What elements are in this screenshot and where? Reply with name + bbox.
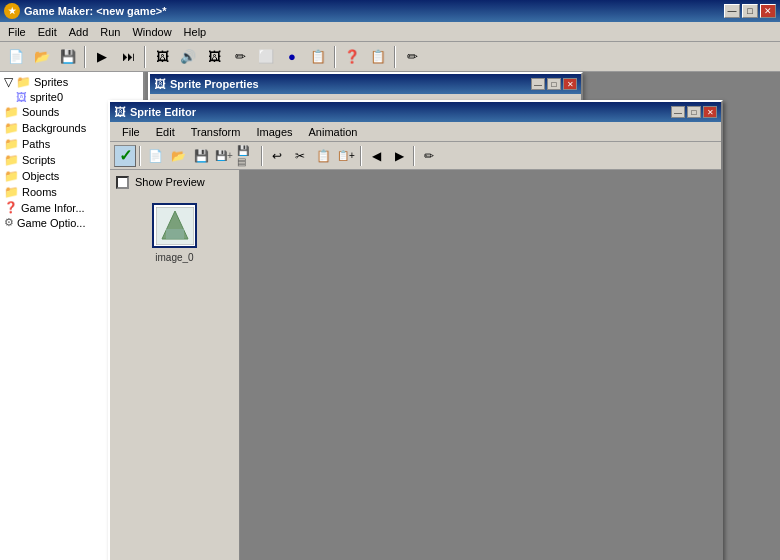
sprite-editor-window: 🖼 Sprite Editor — □ ✕ File Edit Transfor… xyxy=(108,100,723,560)
rooms-folder-icon: 📁 xyxy=(4,185,19,199)
frame-thumbnail-area: image_0 xyxy=(114,203,235,263)
tree-label-sprite0: sprite0 xyxy=(30,91,63,103)
sprite-icon: 🖼 xyxy=(16,91,27,103)
menu-window[interactable]: Window xyxy=(126,24,177,40)
se-save-button[interactable]: 💾 xyxy=(190,145,212,167)
toolbar-run-debug-button[interactable]: ⏭ xyxy=(116,45,140,69)
tree-label-paths: Paths xyxy=(22,138,50,150)
toolbar-sep-1 xyxy=(84,46,86,68)
menu-help[interactable]: Help xyxy=(178,24,213,40)
toolbar-save-button[interactable]: 💾 xyxy=(56,45,80,69)
sprite-props-title: Sprite Properties xyxy=(170,78,527,90)
tree-label-rooms: Rooms xyxy=(22,186,57,198)
se-menu-file[interactable]: File xyxy=(114,124,148,140)
expand-icon: ▽ xyxy=(4,75,13,89)
se-menu-transform[interactable]: Transform xyxy=(183,124,249,140)
folder-icon: 📁 xyxy=(16,75,31,89)
main-maximize-button[interactable]: □ xyxy=(742,4,758,18)
sprite-props-maximize[interactable]: □ xyxy=(547,78,561,90)
tree-label-sprites: Sprites xyxy=(34,76,68,88)
se-undo-button[interactable]: ↩ xyxy=(266,145,288,167)
sprite-editor-title: Sprite Editor xyxy=(130,106,667,118)
toolbar-add-sound-button[interactable]: 🔊 xyxy=(176,45,200,69)
show-preview-label: Show Preview xyxy=(135,176,205,188)
sounds-folder-icon: 📁 xyxy=(4,105,19,119)
se-paste-button[interactable]: 📋+ xyxy=(335,145,357,167)
se-menu-edit[interactable]: Edit xyxy=(148,124,183,140)
gameopts-icon: ⚙ xyxy=(4,216,14,229)
sprite-editor-minimize[interactable]: — xyxy=(671,106,685,118)
main-window-controls: — □ ✕ xyxy=(724,4,776,18)
sprite-props-title-bar: 🖼 Sprite Properties — □ ✕ xyxy=(150,74,581,94)
toolbar-pencil-button[interactable]: ✏ xyxy=(400,45,424,69)
sprite-props-controls: — □ ✕ xyxy=(531,78,577,90)
se-draw-button[interactable]: ✏ xyxy=(418,145,440,167)
toolbar-sep-3 xyxy=(334,46,336,68)
sprite-editor-controls: — □ ✕ xyxy=(671,106,717,118)
toolbar-add-script-button[interactable]: ⬜ xyxy=(254,45,278,69)
show-preview-checkbox[interactable] xyxy=(116,176,129,189)
se-next-frame-button[interactable]: ▶ xyxy=(388,145,410,167)
gameinfo-icon: ❓ xyxy=(4,201,18,214)
menu-run[interactable]: Run xyxy=(94,24,126,40)
toolbar-add-object-button[interactable]: ● xyxy=(280,45,304,69)
menu-edit[interactable]: Edit xyxy=(32,24,63,40)
sprite-editor-menu: File Edit Transform Images Animation xyxy=(110,122,721,142)
sprite-props-icon: 🖼 xyxy=(154,77,166,91)
sprite-editor-icon: 🖼 xyxy=(114,105,126,119)
se-save-as-button[interactable]: 💾+ xyxy=(213,145,235,167)
show-preview-area: Show Preview xyxy=(114,174,235,191)
sprite-editor-body: Show Preview xyxy=(110,170,721,560)
se-copy-button[interactable]: 📋 xyxy=(312,145,334,167)
backgrounds-folder-icon: 📁 xyxy=(4,121,19,135)
se-menu-images[interactable]: Images xyxy=(248,124,300,140)
toolbar-add-sprite-button[interactable]: 🖼 xyxy=(150,45,174,69)
toolbar-sep-4 xyxy=(394,46,396,68)
se-sep-3 xyxy=(360,146,362,166)
toolbar-add-bg-button[interactable]: 🖼 xyxy=(202,45,226,69)
main-close-button[interactable]: ✕ xyxy=(760,4,776,18)
tree-label-objects: Objects xyxy=(22,170,59,182)
sprite-props-minimize[interactable]: — xyxy=(531,78,545,90)
se-menu-animation[interactable]: Animation xyxy=(301,124,366,140)
main-title: Game Maker: <new game>* xyxy=(24,5,720,17)
tree-label-scripts: Scripts xyxy=(22,154,56,166)
menu-add[interactable]: Add xyxy=(63,24,95,40)
toolbar-add-room-button[interactable]: 📋 xyxy=(306,45,330,69)
objects-folder-icon: 📁 xyxy=(4,169,19,183)
svg-rect-6 xyxy=(166,229,184,239)
main-area: ▽ 📁 Sprites 🖼 sprite0 📁 Sounds 📁 Backgro… xyxy=(0,72,780,560)
se-sep-2 xyxy=(261,146,263,166)
se-new-button[interactable]: 📄 xyxy=(144,145,166,167)
sprite-editor-close[interactable]: ✕ xyxy=(703,106,717,118)
canvas-area[interactable] xyxy=(240,170,721,560)
frame-thumb-0[interactable] xyxy=(152,203,197,248)
toolbar-open-button[interactable]: 📂 xyxy=(30,45,54,69)
tree-label-gameopts: Game Optio... xyxy=(17,217,85,229)
toolbar-help-button[interactable]: ❓ xyxy=(340,45,364,69)
app-icon: ★ xyxy=(4,3,20,19)
sprite-editor-toolbar: ✓ 📄 📂 💾 💾+ 💾▤ ↩ ✂ 📋 📋+ ◀ ▶ ✏ xyxy=(110,142,721,170)
main-toolbar: 📄 📂 💾 ▶ ⏭ 🖼 🔊 🖼 ✏ ⬜ ● 📋 ❓ 📋 ✏ xyxy=(0,42,780,72)
se-cut-button[interactable]: ✂ xyxy=(289,145,311,167)
frame-label-0: image_0 xyxy=(155,252,193,263)
main-title-bar: ★ Game Maker: <new game>* — □ ✕ xyxy=(0,0,780,22)
frames-panel: Show Preview xyxy=(110,170,240,560)
toolbar-docs-button[interactable]: 📋 xyxy=(366,45,390,69)
menu-file[interactable]: File xyxy=(2,24,32,40)
se-checkmark-button[interactable]: ✓ xyxy=(114,145,136,167)
tree-item-sprites[interactable]: ▽ 📁 Sprites xyxy=(2,74,141,90)
main-minimize-button[interactable]: — xyxy=(724,4,740,18)
toolbar-run-button[interactable]: ▶ xyxy=(90,45,114,69)
se-sep-4 xyxy=(413,146,415,166)
tree-label-sounds: Sounds xyxy=(22,106,59,118)
sprite-editor-maximize[interactable]: □ xyxy=(687,106,701,118)
se-prev-frame-button[interactable]: ◀ xyxy=(365,145,387,167)
se-save-strip-button[interactable]: 💾▤ xyxy=(236,145,258,167)
toolbar-add-path-button[interactable]: ✏ xyxy=(228,45,252,69)
toolbar-new-button[interactable]: 📄 xyxy=(4,45,28,69)
se-open-button[interactable]: 📂 xyxy=(167,145,189,167)
sprite-props-close[interactable]: ✕ xyxy=(563,78,577,90)
tree-label-gameinfo: Game Infor... xyxy=(21,202,85,214)
toolbar-sep-2 xyxy=(144,46,146,68)
